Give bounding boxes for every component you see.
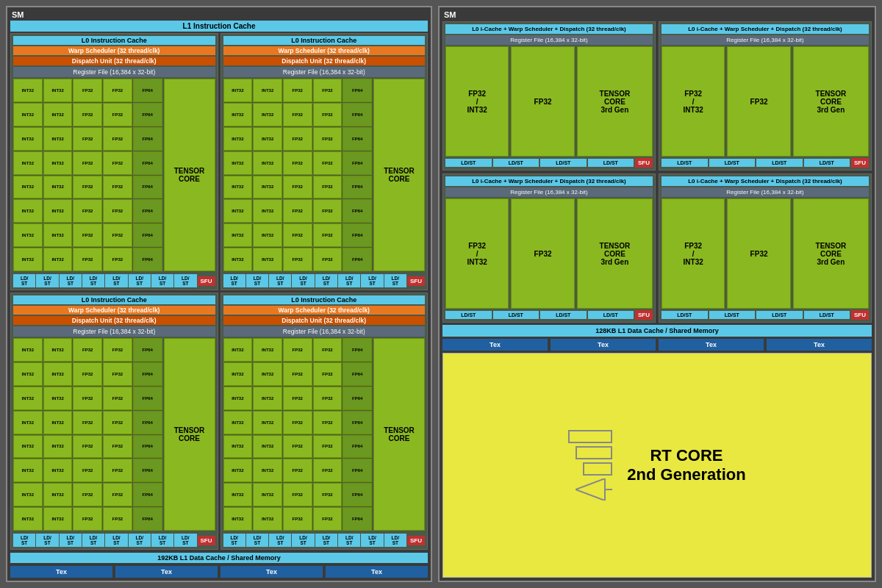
sm-right-label: SM: [442, 10, 872, 19]
fp64-cell: FP64: [133, 79, 162, 102]
int-fp-0: INT32 INT32 FP32 FP32 FP64 INT32 INT32 F…: [13, 79, 162, 271]
warp-3: Warp Scheduler (32 thread/clk): [223, 306, 426, 315]
sub-sm-1: L0 Instruction Cache Warp Scheduler (32 …: [220, 33, 429, 290]
fp32-int32-big-2: FP32 / INT32: [445, 198, 509, 309]
ld-st: LD/ST: [13, 274, 35, 287]
core-row: INT32 INT32 FP32 FP32 FP64: [13, 79, 162, 102]
core-row: INT32 INT32 FP32 FP32 FP64: [223, 338, 373, 362]
tensor-core-big-2: TENSOR CORE 3rd Gen: [577, 198, 653, 309]
core-row: INT32 INT32 FP32 FP32 FP64: [13, 411, 162, 434]
ld-st-row-0: LD/ST LD/ST LD/ST LD/ST LD/ST LD/ST LD/S…: [13, 274, 215, 287]
core-row: INT32 INT32 FP32 FP32 FP64: [223, 223, 373, 247]
ld-st-right-1: LD/ST LD/ST LD/ST LD/ST SFU: [662, 158, 869, 168]
reg-file-2: Register File (16,384 x 32-bit): [13, 326, 215, 337]
cores-2: INT32 INT32 FP32 FP32 FP64 INT32 INT32 F…: [13, 338, 215, 531]
core-row: INT32 INT32 FP32 FP32 FP64: [223, 176, 373, 199]
tex-right-0: Tex: [442, 339, 548, 351]
core-row: INT32 INT32 FP32 FP32 FP64: [13, 176, 162, 199]
reg-file-3: Register File (16,384 x 32-bit): [223, 326, 426, 337]
core-row: INT32 INT32 FP32 FP32 FP64: [223, 507, 373, 531]
core-row: INT32 INT32 FP32 FP32 FP64: [223, 459, 373, 482]
rt-core-diagram: [568, 430, 612, 501]
core-row: INT32 INT32 FP32 FP32 FP64: [223, 248, 373, 271]
tensor-core-big-0: TENSOR CORE 3rd Gen: [577, 46, 653, 157]
int-fp-2: INT32 INT32 FP32 FP32 FP64 INT32 INT32 F…: [13, 338, 162, 531]
ld-st-row-2: LD/ST LD/ST LD/ST LD/ST LD/ST LD/ST LD/S…: [13, 534, 215, 547]
l1-data-cache-right: 128KB L1 Data Cache / Shared Memory: [442, 325, 872, 337]
sub-sm-right-0: L0 i-Cache + Warp Scheduler + Dispatch (…: [442, 21, 656, 171]
warp-0: Warp Scheduler (32 thread/clk): [13, 46, 215, 55]
tex-0: Tex: [10, 566, 112, 578]
ld-st-row-1: LD/ST LD/ST LD/ST LD/ST LD/ST LD/ST LD/S…: [223, 274, 426, 287]
core-row: INT32 INT32 FP32 FP32 FP64: [223, 151, 373, 175]
l0-cache-right-2: L0 i-Cache + Warp Scheduler + Dispatch (…: [445, 176, 653, 186]
tex-right-2: Tex: [659, 339, 764, 351]
reg-file-right-1: Register File (16,384 x 32-bit): [662, 35, 869, 45]
fp32-int32-big-1: FP32 / INT32: [662, 46, 725, 157]
cores-0: INT32 INT32 FP32 FP32 FP64 INT32 INT32 F…: [13, 79, 215, 271]
cores-3: INT32 INT32 FP32 FP32 FP64 INT32 INT32 F…: [223, 338, 426, 531]
fp32-big-2: FP32: [511, 198, 574, 309]
sub-sm-right-1: L0 i-Cache + Warp Scheduler + Dispatch (…: [659, 21, 872, 171]
core-row: INT32 INT32 FP32 FP32 FP64: [13, 362, 162, 386]
rt-rect-1: [568, 430, 612, 443]
tex-3: Tex: [326, 566, 428, 578]
core-row: INT32 INT32 FP32 FP32 FP64: [13, 127, 162, 151]
ld-st: LD/ST: [60, 274, 82, 287]
rt-core-box: RT CORE 2nd Generation: [442, 353, 872, 578]
ld-st: LD/ST: [129, 274, 151, 287]
core-row: INT32 INT32 FP32 FP32 FP64: [13, 103, 162, 126]
quad-grid-right: L0 i-Cache + Warp Scheduler + Dispatch (…: [442, 21, 872, 323]
tex-2: Tex: [220, 566, 323, 578]
core-row: INT32 INT32 FP32 FP32 FP64: [223, 199, 373, 223]
tex-row-left: Tex Tex Tex Tex: [10, 566, 428, 578]
ld-st-right-2: LD/ST LD/ST LD/ST LD/ST SFU: [445, 310, 653, 320]
l0-cache-right-1: L0 i-Cache + Warp Scheduler + Dispatch (…: [662, 24, 869, 34]
cores-right-0: FP32 / INT32 FP32 TENSOR CORE 3rd Gen: [445, 46, 653, 157]
sub-sm-2: L0 Instruction Cache Warp Scheduler (32 …: [10, 293, 218, 550]
tensor-core-0: TENSOR CORE: [164, 79, 215, 271]
rt-core-text: RT CORE 2nd Generation: [627, 446, 745, 484]
sub-sm-right-2: L0 i-Cache + Warp Scheduler + Dispatch (…: [442, 173, 656, 323]
dispatch-3: Dispatch Unit (32 thread/clk): [223, 316, 426, 325]
fp32-cell: FP32: [103, 79, 132, 102]
core-row: INT32 INT32 FP32 FP32 FP64: [223, 127, 373, 151]
sm-left-label: SM: [10, 10, 428, 19]
core-row: INT32 INT32 FP32 FP32 FP64: [13, 459, 162, 482]
int32-cell: INT32: [43, 79, 73, 102]
fp32-int32-big-3: FP32 / INT32: [662, 198, 725, 309]
cores-right-3: FP32 / INT32 FP32 TENSOR CORE 3rd Gen: [662, 198, 869, 309]
ld-st: LD/ST: [151, 274, 173, 287]
reg-file-0: Register File (16,384 x 32-bit): [13, 67, 215, 77]
core-row: INT32 INT32 FP32 FP32 FP64: [223, 411, 373, 434]
ld-st-right-3: LD/ST LD/ST LD/ST LD/ST SFU: [662, 310, 869, 320]
reg-file-right-0: Register File (16,384 x 32-bit): [445, 35, 653, 45]
fp32-int32-big-0: FP32 / INT32: [445, 46, 509, 157]
sub-sm-0: L0 Instruction Cache Warp Scheduler (32 …: [10, 33, 218, 290]
rt-arrow-icon: [576, 478, 612, 501]
sm-right: SM L0 i-Cache + Warp Scheduler + Dispatc…: [438, 6, 876, 582]
sub-sm-3: L0 Instruction Cache Warp Scheduler (32 …: [220, 293, 429, 550]
cores-1: INT32 INT32 FP32 FP32 FP64 INT32 INT32 F…: [223, 79, 426, 271]
fp32-cell: FP32: [73, 79, 102, 102]
tensor-core-2: TENSOR CORE: [164, 338, 215, 531]
cores-right-2: FP32 / INT32 FP32 TENSOR CORE 3rd Gen: [445, 198, 653, 309]
cores-right-1: FP32 / INT32 FP32 TENSOR CORE 3rd Gen: [662, 46, 869, 157]
core-row: INT32 INT32 FP32 FP32 FP64: [223, 79, 373, 102]
tex-right-1: Tex: [551, 339, 656, 351]
fp32-big-1: FP32: [727, 46, 790, 157]
dispatch-1: Dispatch Unit (32 thread/clk): [223, 57, 426, 65]
core-row: INT32 INT32 FP32 FP32 FP64: [13, 151, 162, 175]
l0-cache-right-0: L0 i-Cache + Warp Scheduler + Dispatch (…: [445, 24, 653, 34]
l0-cache-right-3: L0 i-Cache + Warp Scheduler + Dispatch (…: [662, 176, 869, 186]
tensor-core-3: TENSOR CORE: [373, 338, 425, 531]
core-row: INT32 INT32 FP32 FP32 FP64: [13, 223, 162, 247]
int-fp-1: INT32 INT32 FP32 FP32 FP64 INT32 INT32 F…: [223, 79, 373, 271]
sfu: SFU: [198, 276, 215, 286]
core-row: INT32 INT32 FP32 FP32 FP64: [13, 483, 162, 506]
core-row: INT32 INT32 FP32 FP32 FP64: [223, 387, 373, 410]
fp32-big-0: FP32: [511, 46, 574, 157]
warp-2: Warp Scheduler (32 thread/clk): [13, 306, 215, 315]
reg-file-right-2: Register File (16,384 x 32-bit): [445, 187, 653, 197]
core-row: INT32 INT32 FP32 FP32 FP64: [223, 435, 373, 459]
